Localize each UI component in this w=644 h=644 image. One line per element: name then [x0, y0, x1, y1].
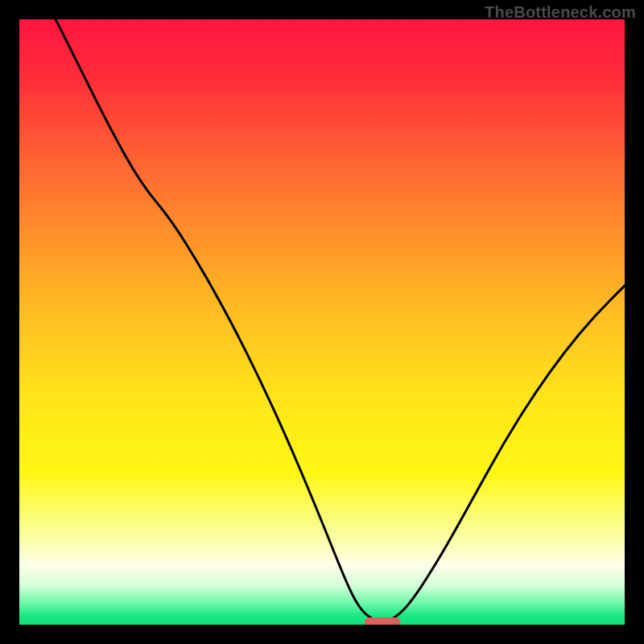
- plot-area: [19, 19, 625, 625]
- watermark-text: TheBottleneck.com: [485, 3, 636, 22]
- optimal-marker: [365, 617, 401, 625]
- gradient-background: [19, 19, 625, 625]
- chart-svg: [19, 19, 625, 625]
- chart-frame: TheBottleneck.com: [0, 0, 644, 644]
